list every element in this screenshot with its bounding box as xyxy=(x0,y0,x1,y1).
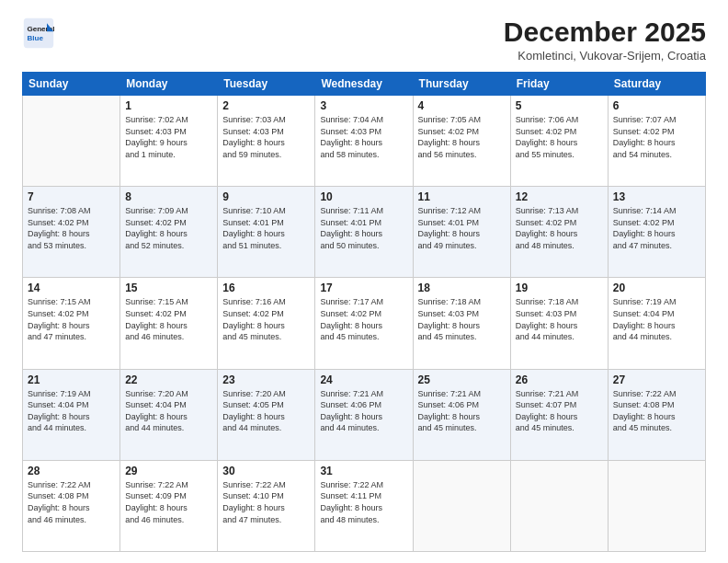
header: General Blue December 2025 Komletinci, V… xyxy=(22,17,706,63)
day-info: Sunrise: 7:15 AMSunset: 4:02 PMDaylight:… xyxy=(28,296,115,342)
day-number: 17 xyxy=(320,282,407,294)
day-info: Sunrise: 7:22 AMSunset: 4:10 PMDaylight:… xyxy=(222,479,310,525)
table-cell: 2Sunrise: 7:03 AMSunset: 4:03 PMDaylight… xyxy=(218,96,315,187)
day-number: 25 xyxy=(418,373,506,386)
day-number: 23 xyxy=(222,373,310,386)
day-info: Sunrise: 7:22 AMSunset: 4:11 PMDaylight:… xyxy=(320,479,407,525)
table-cell xyxy=(510,460,608,551)
day-number: 4 xyxy=(418,99,506,112)
table-cell: 19Sunrise: 7:18 AMSunset: 4:03 PMDayligh… xyxy=(510,278,608,369)
table-cell: 12Sunrise: 7:13 AMSunset: 4:02 PMDayligh… xyxy=(510,187,608,278)
day-number: 28 xyxy=(28,465,115,477)
table-cell: 18Sunrise: 7:18 AMSunset: 4:03 PMDayligh… xyxy=(413,278,510,369)
day-info: Sunrise: 7:15 AMSunset: 4:02 PMDaylight:… xyxy=(125,296,212,342)
table-cell: 6Sunrise: 7:07 AMSunset: 4:02 PMDaylight… xyxy=(608,96,705,187)
table-cell: 30Sunrise: 7:22 AMSunset: 4:10 PMDayligh… xyxy=(218,460,315,551)
table-cell xyxy=(413,460,510,551)
col-wednesday: Wednesday xyxy=(315,73,413,96)
table-cell: 8Sunrise: 7:09 AMSunset: 4:02 PMDaylight… xyxy=(120,187,218,278)
day-info: Sunrise: 7:08 AMSunset: 4:02 PMDaylight:… xyxy=(28,205,115,251)
table-cell: 7Sunrise: 7:08 AMSunset: 4:02 PMDaylight… xyxy=(23,187,120,278)
calendar-row: 21Sunrise: 7:19 AMSunset: 4:04 PMDayligh… xyxy=(23,369,706,460)
day-number: 16 xyxy=(222,282,310,294)
day-info: Sunrise: 7:14 AMSunset: 4:02 PMDaylight:… xyxy=(613,205,700,251)
day-number: 12 xyxy=(516,190,603,203)
day-number: 21 xyxy=(28,373,115,386)
col-thursday: Thursday xyxy=(413,73,510,96)
day-info: Sunrise: 7:02 AMSunset: 4:03 PMDaylight:… xyxy=(125,114,212,160)
table-cell xyxy=(608,460,705,551)
day-number: 26 xyxy=(516,373,603,386)
day-number: 6 xyxy=(613,99,700,112)
day-number: 29 xyxy=(125,465,212,477)
table-cell: 22Sunrise: 7:20 AMSunset: 4:04 PMDayligh… xyxy=(120,369,218,460)
calendar-table: Sunday Monday Tuesday Wednesday Thursday… xyxy=(22,72,706,552)
day-number: 5 xyxy=(516,99,603,112)
table-cell: 31Sunrise: 7:22 AMSunset: 4:11 PMDayligh… xyxy=(315,460,413,551)
day-info: Sunrise: 7:21 AMSunset: 4:07 PMDaylight:… xyxy=(516,388,603,434)
day-number: 13 xyxy=(613,190,700,203)
day-info: Sunrise: 7:22 AMSunset: 4:09 PMDaylight:… xyxy=(125,479,212,525)
day-info: Sunrise: 7:16 AMSunset: 4:02 PMDaylight:… xyxy=(222,296,310,342)
table-cell: 14Sunrise: 7:15 AMSunset: 4:02 PMDayligh… xyxy=(23,278,120,369)
day-info: Sunrise: 7:21 AMSunset: 4:06 PMDaylight:… xyxy=(418,388,506,434)
day-number: 11 xyxy=(418,190,506,203)
day-info: Sunrise: 7:06 AMSunset: 4:02 PMDaylight:… xyxy=(516,114,603,160)
day-info: Sunrise: 7:21 AMSunset: 4:06 PMDaylight:… xyxy=(320,388,407,434)
day-number: 2 xyxy=(222,99,310,112)
table-cell: 1Sunrise: 7:02 AMSunset: 4:03 PMDaylight… xyxy=(120,96,218,187)
logo: General Blue xyxy=(22,17,55,50)
table-cell: 3Sunrise: 7:04 AMSunset: 4:03 PMDaylight… xyxy=(315,96,413,187)
day-info: Sunrise: 7:09 AMSunset: 4:02 PMDaylight:… xyxy=(125,205,212,251)
col-tuesday: Tuesday xyxy=(218,73,315,96)
table-cell: 26Sunrise: 7:21 AMSunset: 4:07 PMDayligh… xyxy=(510,369,608,460)
table-cell: 28Sunrise: 7:22 AMSunset: 4:08 PMDayligh… xyxy=(23,460,120,551)
day-info: Sunrise: 7:20 AMSunset: 4:04 PMDaylight:… xyxy=(125,388,212,434)
svg-text:Blue: Blue xyxy=(27,34,43,42)
day-number: 14 xyxy=(28,282,115,294)
page: General Blue December 2025 Komletinci, V… xyxy=(0,0,728,563)
day-number: 18 xyxy=(418,282,506,294)
day-info: Sunrise: 7:17 AMSunset: 4:02 PMDaylight:… xyxy=(320,296,407,342)
day-info: Sunrise: 7:11 AMSunset: 4:01 PMDaylight:… xyxy=(320,205,407,251)
day-info: Sunrise: 7:20 AMSunset: 4:05 PMDaylight:… xyxy=(222,388,310,434)
table-cell xyxy=(23,96,120,187)
day-number: 24 xyxy=(320,373,407,386)
day-number: 9 xyxy=(222,190,310,203)
day-info: Sunrise: 7:12 AMSunset: 4:01 PMDaylight:… xyxy=(418,205,506,251)
table-cell: 23Sunrise: 7:20 AMSunset: 4:05 PMDayligh… xyxy=(218,369,315,460)
table-cell: 13Sunrise: 7:14 AMSunset: 4:02 PMDayligh… xyxy=(608,187,705,278)
table-cell: 27Sunrise: 7:22 AMSunset: 4:08 PMDayligh… xyxy=(608,369,705,460)
col-sunday: Sunday xyxy=(23,73,120,96)
col-friday: Friday xyxy=(510,73,608,96)
day-info: Sunrise: 7:18 AMSunset: 4:03 PMDaylight:… xyxy=(418,296,506,342)
day-number: 20 xyxy=(613,282,700,294)
day-number: 15 xyxy=(125,282,212,294)
table-cell: 17Sunrise: 7:17 AMSunset: 4:02 PMDayligh… xyxy=(315,278,413,369)
day-number: 3 xyxy=(320,99,407,112)
table-cell: 25Sunrise: 7:21 AMSunset: 4:06 PMDayligh… xyxy=(413,369,510,460)
location: Komletinci, Vukovar-Srijem, Croatia xyxy=(504,49,706,63)
day-number: 27 xyxy=(613,373,700,386)
day-number: 30 xyxy=(222,465,310,477)
day-info: Sunrise: 7:05 AMSunset: 4:02 PMDaylight:… xyxy=(418,114,506,160)
table-cell: 11Sunrise: 7:12 AMSunset: 4:01 PMDayligh… xyxy=(413,187,510,278)
calendar-row: 14Sunrise: 7:15 AMSunset: 4:02 PMDayligh… xyxy=(23,278,706,369)
col-monday: Monday xyxy=(120,73,218,96)
day-info: Sunrise: 7:13 AMSunset: 4:02 PMDaylight:… xyxy=(516,205,603,251)
table-cell: 24Sunrise: 7:21 AMSunset: 4:06 PMDayligh… xyxy=(315,369,413,460)
table-cell: 16Sunrise: 7:16 AMSunset: 4:02 PMDayligh… xyxy=(218,278,315,369)
title-block: December 2025 Komletinci, Vukovar-Srijem… xyxy=(504,17,706,63)
day-info: Sunrise: 7:22 AMSunset: 4:08 PMDaylight:… xyxy=(28,479,115,525)
day-info: Sunrise: 7:10 AMSunset: 4:01 PMDaylight:… xyxy=(222,205,310,251)
month-title: December 2025 xyxy=(504,17,706,47)
logo-icon: General Blue xyxy=(22,17,55,50)
table-cell: 21Sunrise: 7:19 AMSunset: 4:04 PMDayligh… xyxy=(23,369,120,460)
table-cell: 20Sunrise: 7:19 AMSunset: 4:04 PMDayligh… xyxy=(608,278,705,369)
day-number: 22 xyxy=(125,373,212,386)
day-info: Sunrise: 7:19 AMSunset: 4:04 PMDaylight:… xyxy=(613,296,700,342)
day-info: Sunrise: 7:22 AMSunset: 4:08 PMDaylight:… xyxy=(613,388,700,434)
day-number: 8 xyxy=(125,190,212,203)
day-info: Sunrise: 7:19 AMSunset: 4:04 PMDaylight:… xyxy=(28,388,115,434)
day-number: 1 xyxy=(125,99,212,112)
